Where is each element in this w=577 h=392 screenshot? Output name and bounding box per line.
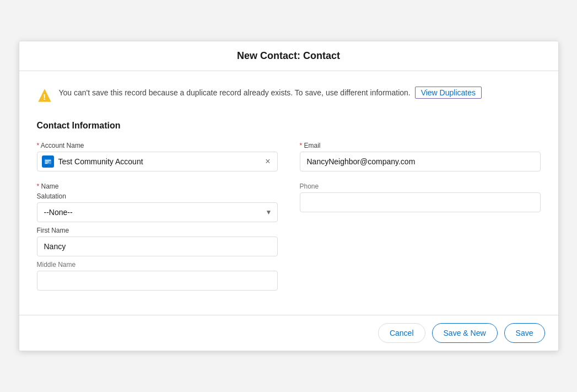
save-button[interactable]: Save bbox=[504, 323, 545, 343]
account-record-icon bbox=[42, 155, 54, 168]
alert-banner: ! You can't save this record because a d… bbox=[37, 84, 541, 105]
phone-input[interactable] bbox=[300, 192, 541, 212]
warning-icon: ! bbox=[37, 88, 52, 103]
email-input[interactable] bbox=[300, 152, 541, 171]
account-name-value: Test Community Account bbox=[58, 157, 263, 166]
account-name-input-wrapper[interactable]: Test Community Account × bbox=[37, 152, 278, 171]
alert-message: You can't save this record because a dup… bbox=[59, 87, 482, 99]
new-contact-modal: New Contact: Contact ! You can't save th… bbox=[19, 41, 559, 351]
salutation-label: Salutation bbox=[37, 192, 278, 200]
salutation-select[interactable]: --None-- Mr. Ms. Mrs. Dr. Prof. bbox=[37, 202, 278, 222]
modal-title: New Contact: Contact bbox=[33, 50, 545, 62]
svg-rect-5 bbox=[45, 163, 47, 164]
svg-rect-4 bbox=[45, 162, 48, 162]
save-new-button[interactable]: Save & New bbox=[432, 323, 498, 343]
email-label: Email bbox=[300, 142, 541, 149]
svg-rect-3 bbox=[45, 160, 51, 160]
name-field: Name Salutation --None-- Mr. Ms. Mrs. Dr… bbox=[37, 182, 278, 291]
middle-name-label: Middle Name bbox=[37, 261, 278, 269]
middle-name-input[interactable] bbox=[37, 271, 278, 291]
account-name-field: Account Name Test Community Account × bbox=[37, 142, 278, 171]
cancel-button[interactable]: Cancel bbox=[378, 323, 425, 343]
first-name-label: First Name bbox=[37, 227, 278, 234]
email-field: Email bbox=[300, 142, 541, 171]
account-name-label: Account Name bbox=[37, 142, 278, 149]
modal-footer: Cancel Save & New Save bbox=[19, 315, 558, 351]
view-duplicates-button[interactable]: View Duplicates bbox=[415, 87, 482, 99]
phone-label: Phone bbox=[300, 182, 541, 190]
first-name-input[interactable] bbox=[37, 237, 278, 256]
section-title: Contact Information bbox=[37, 121, 541, 131]
contact-form: Account Name Test Community Account × bbox=[37, 142, 541, 302]
name-label: Name bbox=[37, 182, 278, 190]
clear-account-button[interactable]: × bbox=[263, 156, 272, 167]
phone-field: Phone bbox=[300, 182, 541, 291]
modal-body: ! You can't save this record because a d… bbox=[19, 71, 558, 315]
svg-text:!: ! bbox=[42, 92, 45, 101]
salutation-wrapper: --None-- Mr. Ms. Mrs. Dr. Prof. ▼ bbox=[37, 202, 278, 222]
modal-header: New Contact: Contact bbox=[19, 41, 558, 71]
